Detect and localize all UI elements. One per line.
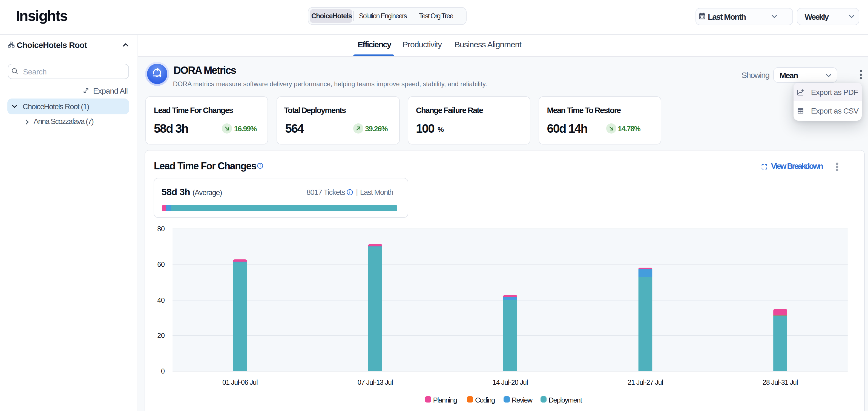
svg-text:07 Jul-13 Jul: 07 Jul-13 Jul <box>358 378 393 386</box>
svg-text:40: 40 <box>157 296 165 304</box>
svg-text:0: 0 <box>161 367 165 375</box>
svg-text:20: 20 <box>157 332 165 339</box>
svg-text:14 Jul-20 Jul: 14 Jul-20 Jul <box>493 378 528 386</box>
svg-text:21 Jul-27 Jul: 21 Jul-27 Jul <box>628 378 663 386</box>
svg-text:60: 60 <box>157 261 165 268</box>
svg-text:28 Jul-31 Jul: 28 Jul-31 Jul <box>763 378 798 386</box>
svg-text:80: 80 <box>157 225 165 233</box>
svg-text:01 Jul-06 Jul: 01 Jul-06 Jul <box>222 378 258 386</box>
